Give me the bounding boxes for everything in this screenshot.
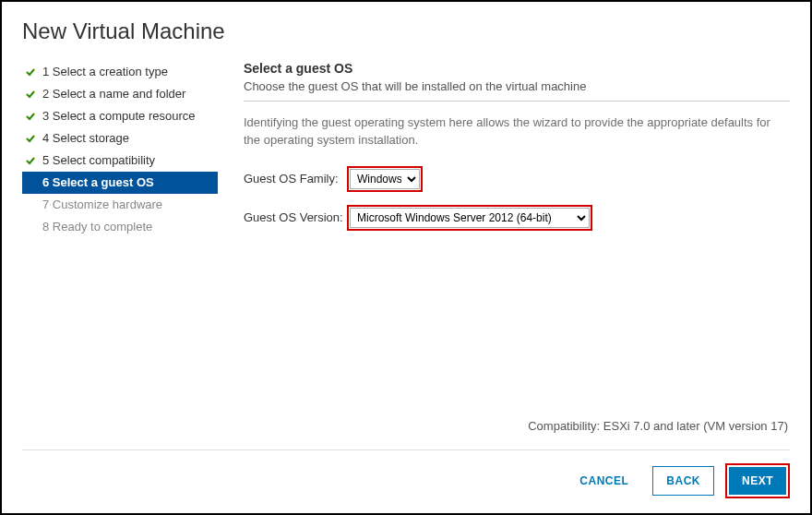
wizard-step-label: 4 Select storage <box>42 130 129 147</box>
wizard-step-3[interactable]: 3 Select a compute resource <box>22 105 218 127</box>
wizard-main-panel: Select a guest OS Choose the guest OS th… <box>218 61 790 449</box>
guest-os-version-highlight: Microsoft Windows Server 2012 (64-bit) <box>347 205 592 231</box>
guest-os-family-label: Guest OS Family: <box>244 172 347 186</box>
checkmark-icon <box>24 133 37 144</box>
checkmark-icon <box>24 66 37 78</box>
guest-os-family-select[interactable]: Windows <box>350 169 420 189</box>
wizard-step-label: 6 Select a guest OS <box>42 174 154 191</box>
guest-os-version-label: Guest OS Version: <box>244 210 347 224</box>
wizard-step-5[interactable]: 5 Select compatibility <box>22 150 218 172</box>
panel-helper-text: Identifying the guest operating system h… <box>244 114 790 150</box>
wizard-step-label: 8 Ready to complete <box>42 219 152 235</box>
wizard-steps-sidebar: 1 Select a creation type2 Select a name … <box>22 61 218 449</box>
guest-os-version-row: Guest OS Version: Microsoft Windows Serv… <box>244 205 790 231</box>
wizard-step-2[interactable]: 2 Select a name and folder <box>22 83 218 105</box>
panel-heading: Select a guest OS <box>244 61 790 76</box>
cancel-button[interactable]: CANCEL <box>567 467 641 495</box>
guest-os-family-row: Guest OS Family: Windows <box>244 166 790 192</box>
checkmark-icon <box>24 155 37 166</box>
wizard-step-label: 5 Select compatibility <box>42 152 155 169</box>
wizard-step-8: 8 Ready to complete <box>22 216 218 238</box>
next-button[interactable]: NEXT <box>729 467 786 495</box>
guest-os-version-select[interactable]: Microsoft Windows Server 2012 (64-bit) <box>350 208 590 228</box>
guest-os-family-highlight: Windows <box>347 166 423 192</box>
checkmark-icon <box>24 111 37 122</box>
compatibility-text: Compatibility: ESXi 7.0 and later (VM ve… <box>244 419 790 433</box>
wizard-step-6[interactable]: 6 Select a guest OS <box>22 172 218 194</box>
panel-subheading: Choose the guest OS that will be install… <box>244 79 790 102</box>
dialog-body: 1 Select a creation type2 Select a name … <box>22 61 790 449</box>
wizard-step-label: 7 Customize hardware <box>42 197 162 213</box>
panel-footer: Compatibility: ESXi 7.0 and later (VM ve… <box>244 419 790 449</box>
wizard-step-1[interactable]: 1 Select a creation type <box>22 61 218 83</box>
wizard-step-label: 1 Select a creation type <box>42 64 168 80</box>
new-vm-wizard-dialog: New Virtual Machine 1 Select a creation … <box>2 2 810 513</box>
next-button-highlight: NEXT <box>725 463 790 498</box>
checkmark-icon <box>24 89 37 100</box>
wizard-step-7: 7 Customize hardware <box>22 194 218 216</box>
wizard-step-4[interactable]: 4 Select storage <box>22 127 218 150</box>
wizard-button-bar: CANCEL BACK NEXT <box>22 449 790 498</box>
back-button[interactable]: BACK <box>652 466 714 496</box>
dialog-title: New Virtual Machine <box>22 18 790 44</box>
wizard-step-label: 2 Select a name and folder <box>42 86 185 102</box>
wizard-step-label: 3 Select a compute resource <box>42 108 195 125</box>
